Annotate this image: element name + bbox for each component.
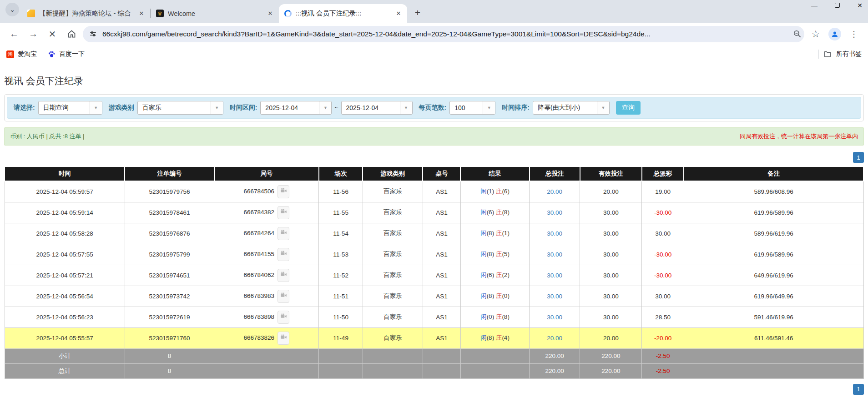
chevron-down-icon[interactable]: ▼ bbox=[90, 101, 102, 114]
date-end-value[interactable]: 2025-12-04 bbox=[342, 101, 400, 114]
result-banker-label: 庄 bbox=[496, 188, 502, 195]
column-header: 桌号 bbox=[423, 167, 460, 181]
home-button[interactable] bbox=[64, 26, 79, 42]
bookmark-label: 爱淘宝 bbox=[18, 50, 37, 58]
column-header: 总派彩 bbox=[642, 167, 684, 181]
query-type-value[interactable]: 日期查询 bbox=[39, 101, 90, 114]
cell-result: 闲(8) 庄(0) bbox=[460, 286, 529, 307]
date-start-value[interactable]: 2025-12-04 bbox=[261, 101, 319, 114]
zoom-icon[interactable] bbox=[793, 30, 802, 38]
total-bet-link[interactable]: 30.00 bbox=[547, 272, 562, 279]
total-bet-link[interactable]: 30.00 bbox=[547, 251, 562, 258]
query-type-dropdown[interactable]: 日期查询 ▼ bbox=[38, 101, 102, 115]
video-replay-button[interactable] bbox=[278, 206, 289, 219]
cell-game-type: 百家乐 bbox=[363, 181, 423, 202]
result-banker-score: (0) bbox=[502, 292, 510, 299]
bookmark-baidu[interactable]: 百度一下 bbox=[48, 50, 85, 58]
video-replay-button[interactable] bbox=[278, 227, 289, 240]
bookmark-star-button[interactable]: ☆ bbox=[808, 26, 823, 42]
tab-forum[interactable]: 【新提醒】海燕策略论坛 - 综合 ✕ bbox=[22, 4, 150, 23]
cell-round: 666784506 bbox=[214, 181, 319, 202]
cell-round: 666784264 bbox=[214, 223, 319, 244]
sort-order-value[interactable]: 降幂(由大到小) bbox=[533, 101, 597, 114]
cell-bet-id: 523015978461 bbox=[125, 202, 214, 223]
cell-valid-bet: 30.00 bbox=[580, 265, 642, 286]
cell-note: 619.96/589.96 bbox=[684, 244, 863, 265]
cell-table-no: AS1 bbox=[423, 223, 460, 244]
round-number: 666783983 bbox=[244, 292, 275, 299]
total-bet-link[interactable]: 20.00 bbox=[547, 188, 562, 195]
cell-game-type: 百家乐 bbox=[363, 202, 423, 223]
page-1-button[interactable]: 1 bbox=[853, 384, 864, 395]
profile-button[interactable] bbox=[827, 26, 843, 42]
currency-total-text: 币别 : 人民币 | 总共 :8 注单 | bbox=[10, 132, 85, 141]
page-size-value[interactable]: 100 bbox=[450, 101, 483, 114]
result-banker-label: 庄 bbox=[496, 209, 502, 216]
page-size-dropdown[interactable]: 100 ▼ bbox=[449, 101, 495, 115]
tab-search-chevron-icon[interactable]: ⌄ bbox=[5, 3, 19, 16]
chevron-down-icon[interactable]: ▼ bbox=[597, 101, 609, 114]
cell-payout: 30.00 bbox=[642, 223, 684, 244]
chevron-down-icon[interactable]: ▼ bbox=[319, 101, 331, 114]
url-text[interactable]: 66cxkj98.com/game/betrecord_search/kind3… bbox=[102, 30, 787, 38]
tab-close-icon[interactable]: ✕ bbox=[394, 9, 404, 19]
video-replay-button[interactable] bbox=[278, 332, 289, 345]
game-type-value[interactable]: 百家乐 bbox=[138, 101, 211, 114]
total-bet-link[interactable]: 30.00 bbox=[547, 209, 562, 216]
back-button[interactable]: ← bbox=[6, 26, 22, 42]
video-replay-button[interactable] bbox=[278, 290, 289, 303]
tab-title: 【新提醒】海燕策略论坛 - 综合 bbox=[39, 9, 132, 18]
result-player-label: 闲 bbox=[480, 209, 487, 216]
video-replay-button[interactable] bbox=[278, 248, 289, 261]
cell-round: 666784062 bbox=[214, 265, 319, 286]
summary-valid-bet: 220.00 bbox=[580, 363, 642, 378]
tab-close-icon[interactable]: ✕ bbox=[136, 9, 146, 19]
bookmark-aitaobao[interactable]: 淘 爱淘宝 bbox=[6, 50, 37, 58]
pagination-bottom: 1 bbox=[4, 384, 864, 395]
all-bookmarks[interactable]: 所有书签 bbox=[818, 50, 862, 59]
search-button[interactable]: 查询 bbox=[616, 101, 641, 115]
valid-bet-note-text: 同局有效投注，统一计算在该局第一张注单内 bbox=[740, 132, 858, 141]
cell-bet-id: 523015972619 bbox=[125, 307, 214, 327]
video-replay-button[interactable] bbox=[278, 269, 289, 282]
chevron-down-icon[interactable]: ▼ bbox=[211, 101, 223, 114]
total-bet-link[interactable]: 30.00 bbox=[547, 293, 562, 300]
filter-bar: 请选择: 日期查询 ▼ 游戏类别 百家乐 ▼ 时间区间: 2025-12-04 … bbox=[7, 97, 861, 119]
url-bar[interactable]: 66cxkj98.com/game/betrecord_search/kind3… bbox=[83, 26, 804, 42]
cell-total-bet: 30.00 bbox=[530, 307, 580, 327]
total-bet-link[interactable]: 30.00 bbox=[547, 314, 562, 321]
window-close-button[interactable]: ✕ bbox=[854, 2, 865, 9]
site-info-icon[interactable] bbox=[89, 30, 97, 38]
total-bet-link[interactable]: 30.00 bbox=[547, 230, 562, 237]
total-bet-link[interactable]: 20.00 bbox=[547, 335, 562, 342]
date-end-picker[interactable]: 2025-12-04 ▼ bbox=[341, 101, 413, 115]
cell-session: 11-49 bbox=[319, 327, 363, 348]
forward-button[interactable]: → bbox=[25, 26, 41, 42]
chevron-down-icon[interactable]: ▼ bbox=[400, 101, 412, 114]
stop-loading-button[interactable]: ✕ bbox=[45, 26, 60, 42]
video-replay-button[interactable] bbox=[278, 311, 289, 324]
tab-close-icon[interactable]: ✕ bbox=[265, 9, 275, 19]
chevron-down-icon[interactable]: ▼ bbox=[483, 101, 495, 114]
sort-order-dropdown[interactable]: 降幂(由大到小) ▼ bbox=[533, 101, 610, 115]
tab-welcome[interactable]: ♛ Welcome ✕ bbox=[151, 4, 279, 23]
browser-menu-button[interactable]: ⋮ bbox=[846, 26, 862, 42]
new-tab-button[interactable]: + bbox=[411, 6, 424, 20]
cell-total-bet: 30.00 bbox=[530, 244, 580, 265]
date-start-picker[interactable]: 2025-12-04 ▼ bbox=[260, 101, 332, 115]
page-1-button[interactable]: 1 bbox=[853, 152, 864, 163]
cell-session: 11-50 bbox=[319, 307, 363, 327]
game-type-dropdown[interactable]: 百家乐 ▼ bbox=[137, 101, 223, 115]
result-player-score: (0) bbox=[487, 313, 496, 320]
minimize-button[interactable]: — bbox=[809, 2, 820, 9]
loading-spinner-icon bbox=[284, 10, 292, 17]
summary-payout: -2.50 bbox=[642, 348, 684, 363]
navigation-bar: ← → ✕ 66cxkj98.com/game/betrecord_search… bbox=[0, 23, 868, 45]
cell-valid-bet: 30.00 bbox=[580, 202, 642, 223]
maximize-button[interactable] bbox=[832, 2, 843, 9]
tab-bet-records-active[interactable]: :::视讯 会员下注纪录::: ✕ bbox=[279, 4, 407, 23]
video-replay-button[interactable] bbox=[278, 185, 289, 198]
summary-count: 8 bbox=[125, 363, 214, 378]
result-player-score: (8) bbox=[487, 251, 496, 257]
cell-game-type: 百家乐 bbox=[363, 286, 423, 307]
